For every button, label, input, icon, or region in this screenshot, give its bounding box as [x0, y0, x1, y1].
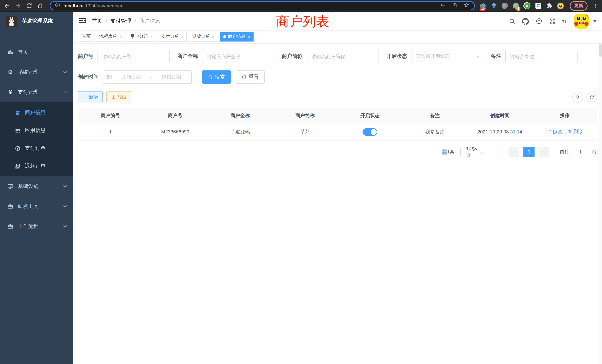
- sidebar-item-merchant-info[interactable]: 商户信息: [0, 104, 73, 122]
- sidebar-item-pay-order[interactable]: 支付订单: [0, 139, 73, 157]
- main-area: 首页 / 支付管理 / 商户信息 tT 首页 流程表: [73, 12, 602, 364]
- hide-search-button[interactable]: [572, 92, 583, 103]
- export-button[interactable]: 导出: [106, 91, 131, 103]
- prev-page-button[interactable]: ‹: [509, 147, 519, 157]
- briefcase-icon: [7, 224, 13, 229]
- pagination-total: 共1条: [442, 149, 454, 155]
- short-name-label: 商户简称: [282, 53, 302, 60]
- yen-icon: ¥: [7, 89, 13, 95]
- ext-avocado-icon[interactable]: 1: [512, 2, 519, 9]
- screen: localhost:1024/pay/merchant 10 ⌘ 1 y 更新: [0, 0, 602, 364]
- tab-pay-order[interactable]: 支付订单×: [158, 32, 187, 41]
- tab-merchant-info[interactable]: 商户信息×: [220, 32, 254, 41]
- close-icon[interactable]: ×: [119, 34, 122, 39]
- edit-link[interactable]: 修改: [547, 129, 562, 135]
- header-search-icon[interactable]: [509, 18, 515, 24]
- close-icon[interactable]: ×: [248, 34, 250, 39]
- sidebar-item-system[interactable]: ⚙ 系统管理: [0, 62, 73, 82]
- browser-menu-icon[interactable]: ⋮: [593, 2, 598, 9]
- ext-chat-icon[interactable]: [535, 2, 542, 9]
- next-page-button[interactable]: ›: [539, 147, 549, 157]
- start-date-placeholder[interactable]: 开始日期: [115, 74, 148, 80]
- tab-process-form[interactable]: 流程表单×: [96, 32, 125, 41]
- reload-icon[interactable]: [26, 3, 32, 9]
- close-icon[interactable]: ×: [150, 34, 153, 39]
- font-size-icon[interactable]: tT: [562, 18, 568, 24]
- refresh-table-button[interactable]: [586, 92, 597, 103]
- col-remark: 备注: [402, 108, 467, 123]
- sidebar-menu: 首页 ⚙ 系统管理 ¥ 支付管理 商户信息: [0, 42, 73, 236]
- full-name-input[interactable]: [202, 50, 274, 63]
- ext-emoji-icon[interactable]: [557, 2, 564, 9]
- avatar-caret-down-icon[interactable]: [593, 20, 597, 22]
- address-bar[interactable]: localhost:1024/pay/merchant: [50, 1, 475, 10]
- sidebar-item-refund-order[interactable]: 退款订单: [0, 157, 73, 175]
- status-label: 开启状态: [386, 53, 407, 60]
- user-avatar[interactable]: [574, 14, 589, 28]
- sidebar-item-infrastructure[interactable]: 基础设施: [0, 176, 73, 196]
- back-icon[interactable]: [4, 3, 10, 9]
- site-info-icon[interactable]: [55, 2, 60, 9]
- ext-gem-icon[interactable]: [490, 2, 497, 9]
- full-name-label: 商户全称: [177, 53, 198, 60]
- page-number-1[interactable]: 1: [523, 147, 535, 157]
- ext-yuque-icon[interactable]: y: [523, 2, 530, 9]
- sidebar-item-devtools[interactable]: 研发工具: [0, 196, 73, 216]
- breadcrumb: 首页 / 支付管理 / 商户信息: [92, 18, 160, 24]
- pagination: 共1条 10条/页∨ ‹ 1 › 前往 页: [78, 147, 597, 157]
- bookmark-star-icon[interactable]: [464, 2, 470, 10]
- sidebar-item-app-info[interactable]: 应用信息: [0, 122, 73, 139]
- cell-merchant-id: 1: [78, 123, 143, 140]
- share-icon[interactable]: [452, 2, 457, 9]
- home-icon[interactable]: [37, 3, 43, 9]
- github-icon[interactable]: [522, 18, 529, 25]
- browser-nav-buttons: [4, 3, 49, 9]
- ext-tasks-icon[interactable]: 10: [479, 2, 486, 9]
- close-icon[interactable]: ×: [181, 34, 184, 39]
- password-key-icon[interactable]: [440, 2, 446, 10]
- breadcrumb-payment[interactable]: 支付管理: [110, 18, 131, 24]
- delete-link[interactable]: 删除: [568, 129, 582, 135]
- status-toggle-on[interactable]: [363, 128, 377, 136]
- end-date-placeholder[interactable]: 结束日期: [155, 74, 188, 80]
- breadcrumb-home[interactable]: 首页: [92, 18, 102, 24]
- grid-icon: [15, 128, 20, 133]
- top-navbar: 首页 / 支付管理 / 商户信息 tT: [73, 12, 602, 30]
- app-logo[interactable]: 芋道管理系统: [0, 12, 73, 30]
- create-time-range-picker[interactable]: 开始日期 - 结束日期: [103, 70, 192, 84]
- forward-icon[interactable]: [15, 3, 21, 9]
- add-button[interactable]: 新增: [78, 91, 103, 103]
- extensions-puzzle-icon[interactable]: [546, 2, 553, 9]
- select-chevron-down-icon: ∨: [480, 150, 494, 154]
- tab-home[interactable]: 首页: [79, 32, 94, 41]
- merchant-table: 商户编号 商户号 商户全称 商户简称 开启状态 备注 创建时间 操作 1: [78, 108, 597, 141]
- cell-remark: 我是备注: [402, 123, 467, 140]
- tab-refund-order[interactable]: 退款订单×: [189, 32, 218, 41]
- select-chevron-down-icon: ∨: [476, 54, 479, 58]
- sidebar-item-payment[interactable]: ¥ 支付管理: [0, 82, 73, 102]
- help-icon[interactable]: [536, 18, 542, 24]
- table-header-row: 商户编号 商户号 商户全称 商户简称 开启状态 备注 创建时间 操作: [78, 108, 597, 123]
- ext-command-icon[interactable]: ⌘: [502, 3, 508, 9]
- tab-user-group[interactable]: 用户分组×: [127, 32, 156, 41]
- remark-input[interactable]: [505, 50, 578, 63]
- cell-actions: 修改 删除: [532, 123, 597, 140]
- goto-page-input[interactable]: [572, 147, 589, 157]
- close-icon[interactable]: ×: [212, 34, 215, 39]
- short-name-input[interactable]: [307, 50, 379, 63]
- delete-icon: [568, 129, 572, 134]
- browser-update-button[interactable]: 更新: [570, 1, 588, 11]
- merchant-no-input[interactable]: [97, 50, 170, 63]
- sidebar-toggle-icon[interactable]: [76, 17, 89, 25]
- page-size-select[interactable]: 10条/页∨: [460, 147, 497, 157]
- fullscreen-icon[interactable]: [549, 18, 556, 24]
- reset-button[interactable]: 重置: [236, 70, 265, 84]
- sidebar-item-workflow[interactable]: 工作流程: [0, 216, 73, 236]
- scrollbar-thumb[interactable]: [599, 44, 602, 57]
- search-button[interactable]: 搜索: [202, 70, 231, 84]
- download-icon: [111, 95, 116, 99]
- sidebar-item-home[interactable]: 首页: [0, 42, 73, 62]
- status-select[interactable]: 请选择开启状态 ∨: [411, 50, 483, 63]
- page-scrollbar: [599, 42, 602, 364]
- chevron-down-icon: [63, 224, 67, 229]
